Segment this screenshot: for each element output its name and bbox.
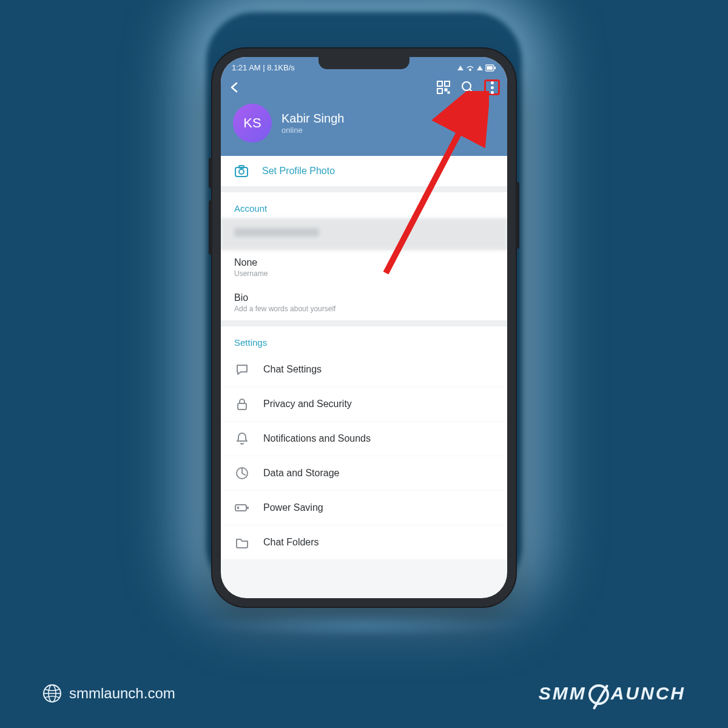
settings-content: Set Profile Photo Account None Username … [221, 156, 507, 559]
username-label: Username [234, 269, 494, 278]
status-icons [457, 64, 496, 72]
search-icon [461, 81, 474, 94]
qr-icon [437, 81, 450, 94]
bell-icon [234, 431, 250, 446]
svg-rect-18 [235, 505, 246, 511]
settings-item-label: Chat Settings [263, 364, 322, 375]
settings-item-label: Power Saving [263, 502, 323, 513]
settings-item-label: Notifications and Sounds [263, 433, 371, 444]
profile-name: Kabir Singh [281, 112, 344, 126]
brand-text-right: AUNCH [611, 683, 686, 704]
svg-rect-20 [237, 507, 239, 509]
phone-frame: 1:21 AM | 8.1KB/s [212, 49, 516, 607]
section-account: Account [221, 192, 507, 218]
bio-label: Add a few words about yourself [234, 305, 494, 313]
svg-rect-6 [437, 81, 442, 86]
settings-item-label: Privacy and Security [263, 399, 352, 410]
bio-field[interactable]: Bio Add a few words about yourself [221, 285, 507, 320]
svg-rect-4 [487, 66, 493, 70]
settings-power[interactable]: Power Saving [221, 490, 507, 525]
data-icon [234, 466, 250, 480]
floor-glow [194, 613, 534, 637]
svg-rect-8 [437, 89, 442, 93]
username-field[interactable]: None Username [221, 250, 507, 285]
qr-button[interactable] [436, 79, 451, 95]
svg-rect-9 [445, 89, 447, 91]
side-button [516, 182, 519, 249]
globe-icon [42, 684, 62, 703]
footer-url: smmlaunch.com [42, 684, 175, 703]
settings-item-label: Data and Storage [263, 468, 339, 479]
svg-rect-5 [494, 67, 496, 69]
settings-notifications[interactable]: Notifications and Sounds [221, 421, 507, 456]
svg-line-12 [470, 89, 473, 93]
phone-notch [318, 57, 410, 69]
side-button [209, 158, 212, 188]
arrow-left-icon [228, 81, 241, 94]
battery-icon [485, 64, 496, 72]
back-button[interactable] [228, 81, 241, 94]
camera-icon [234, 164, 249, 178]
app-header: 1:21 AM | 8.1KB/s [221, 57, 507, 156]
folder-icon [234, 535, 250, 550]
set-photo-label: Set Profile Photo [262, 166, 335, 177]
profile-header[interactable]: KS Kabir Singh online [221, 100, 507, 156]
settings-data[interactable]: Data and Storage [221, 456, 507, 490]
bio-value: Bio [234, 292, 494, 303]
settings-privacy[interactable]: Privacy and Security [221, 386, 507, 421]
brand-text-left: SMM [539, 683, 587, 704]
svg-rect-19 [247, 507, 249, 509]
svg-rect-7 [445, 81, 450, 86]
side-button [209, 200, 212, 255]
signal-icon [477, 66, 483, 70]
status-time: 1:21 AM | 8.1KB/s [232, 63, 295, 72]
more-vertical-icon [491, 81, 494, 94]
toolbar [221, 73, 507, 100]
avatar-initials: KS [243, 115, 261, 131]
wifi-icon [466, 64, 474, 72]
settings-chat[interactable]: Chat Settings [221, 352, 507, 386]
promo-footer: smmlaunch.com SMM AUNCH [0, 683, 728, 704]
svg-point-2 [469, 69, 471, 71]
username-value: None [234, 257, 494, 268]
signal-icon [457, 66, 463, 70]
battery-icon [234, 500, 250, 515]
svg-rect-16 [238, 403, 246, 410]
phone-number-blurred[interactable] [221, 218, 507, 250]
settings-folders[interactable]: Chat Folders [221, 525, 507, 559]
set-profile-photo[interactable]: Set Profile Photo [221, 156, 507, 186]
lock-icon [234, 397, 250, 411]
brand-logo: SMM AUNCH [539, 683, 686, 704]
chat-icon [234, 362, 250, 377]
settings-item-label: Chat Folders [263, 537, 319, 548]
svg-point-14 [239, 169, 244, 174]
footer-url-text: smmlaunch.com [69, 685, 175, 702]
brand-o-icon [588, 684, 609, 705]
section-settings: Settings [221, 326, 507, 352]
search-button[interactable] [460, 79, 476, 95]
more-options-button[interactable] [484, 79, 500, 95]
svg-rect-10 [448, 92, 450, 93]
profile-status: online [281, 126, 344, 135]
avatar[interactable]: KS [233, 104, 272, 143]
